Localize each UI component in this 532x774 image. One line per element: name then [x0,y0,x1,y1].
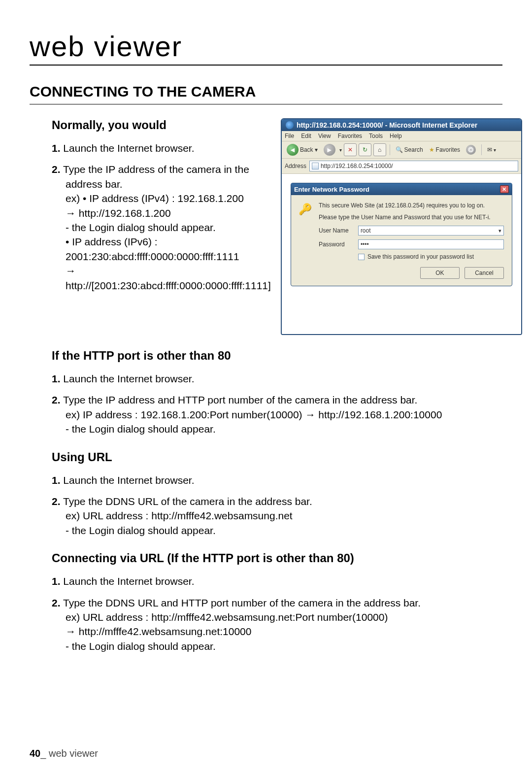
chevron-down-icon: ▾ [494,147,496,153]
search-icon: 🔍 [396,146,403,153]
step-detail: - the Login dialog should appear. [66,523,502,538]
dialog-message-1: This secure Web Site (at 192.168.0.254) … [319,202,504,209]
step-detail: - the Login dialog should appear. [66,220,271,235]
forward-button[interactable]: ► [322,143,337,156]
chevron-down-icon: ▾ [339,147,342,153]
step-detail: ex) IP address : 192.168.1.200:Port numb… [66,407,502,422]
step-number: 1. [52,142,61,154]
list-item: 2. Type the IP address and HTTP port num… [52,393,502,436]
section-heading: CONNECTING TO THE CAMERA [30,83,502,104]
login-dialog: Enter Network Password ✕ 🔑 This secure W… [291,183,512,286]
step-detail: → http://[2001:230:abcd:ffff:0000:0000:f… [66,264,271,293]
save-password-label: Save this password in your password list [367,253,474,260]
chevron-down-icon: ▾ [315,146,318,153]
list-item: 1. Launch the Internet browser. [52,574,502,588]
step-number: 2. [52,597,61,608]
close-button[interactable]: ✕ [500,185,509,193]
save-password-checkbox[interactable] [358,254,365,260]
browser-window: http://192.168.0.254:10000/ - Microsoft … [281,118,522,335]
step-detail: - the Login dialog should appear. [66,639,502,653]
favorites-button[interactable]: ★Favorites [427,143,462,156]
username-label: User Name [319,227,353,234]
menu-tools[interactable]: Tools [369,133,383,139]
media-button[interactable]: ❂ [464,143,478,156]
menu-edit[interactable]: Edit [301,133,311,139]
step-text: Type the DDNS URL and HTTP port number o… [61,597,421,608]
dialog-title-bar: Enter Network Password ✕ [291,183,512,195]
refresh-icon: ↻ [363,146,367,153]
username-field[interactable]: root [358,226,504,236]
step-number: 1. [52,373,61,384]
footer-sep: _ [40,748,49,759]
media-icon: ❂ [466,145,476,155]
back-label: Back [300,146,313,153]
keys-icon: 🔑 [298,202,313,279]
subheading-using-url: Using URL [52,450,502,464]
subheading-url-port: Connecting via URL (If the HTTP port is … [52,551,502,565]
step-number: 1. [52,474,61,486]
menu-file[interactable]: File [285,133,294,139]
page-icon [312,163,319,169]
step-detail: ex) URL address : http://mfffe42.websams… [66,610,502,624]
address-label: Address [285,163,306,169]
back-arrow-icon: ◄ [287,144,299,156]
search-label: Search [404,146,423,153]
cancel-button[interactable]: Cancel [465,267,504,279]
list-item: 1. Launch the Internet browser. [52,371,502,386]
step-detail: • IP address (IPv6) : 2001:230:abcd:ffff… [66,235,271,264]
step-text: Launch the Internet browser. [61,474,195,486]
star-icon: ★ [429,146,434,153]
address-value: http://192.168.0.254:10000/ [321,163,393,169]
step-text: Type the IP address of the camera in the… [61,164,249,189]
page-footer: 40_ web viewer [30,748,98,759]
step-detail: ex) • IP address (IPv4) : 192.168.1.200 [66,191,271,205]
step-number: 2. [52,164,61,175]
page-title: web viewer [30,30,502,66]
step-text: Type the DDNS URL of the camera in the a… [61,496,312,507]
stop-button[interactable]: ✕ [344,143,357,156]
menu-help[interactable]: Help [390,133,402,139]
address-input[interactable]: http://192.168.0.254:10000/ [309,161,518,171]
mail-button[interactable]: ✉▾ [485,143,498,156]
step-text: Launch the Internet browser. [61,575,195,587]
browser-menu-bar: File Edit View Favorites Tools Help [282,131,521,141]
page-number: 40 [30,748,40,759]
step-detail: → http://192.168.1.200 [66,206,271,220]
home-button[interactable]: ⌂ [373,143,386,156]
step-number: 2. [52,496,61,507]
menu-view[interactable]: View [318,133,331,139]
subheading-http-port: If the HTTP port is other than 80 [52,349,502,363]
password-label: Password [319,241,353,248]
refresh-button[interactable]: ↻ [359,143,371,156]
username-value: root [361,227,371,234]
back-button[interactable]: ◄ Back ▾ [285,143,320,156]
step-text: Type the IP address and HTTP port number… [61,394,418,405]
ok-button[interactable]: OK [420,267,460,279]
address-bar: Address http://192.168.0.254:10000/ [282,159,521,174]
toolbar-separator [481,144,482,155]
step-detail: ex) URL address : http://mfffe42.websams… [66,508,502,523]
menu-favorites[interactable]: Favorites [338,133,362,139]
stop-icon: ✕ [348,146,353,153]
mail-icon: ✉ [487,146,492,153]
ie-icon [286,121,294,129]
list-item: 2. Type the DDNS URL of the camera in th… [52,494,502,538]
favorites-label: Favorites [436,146,460,153]
dialog-title-text: Enter Network Password [294,186,369,193]
password-value: •••• [361,241,369,248]
home-icon: ⌂ [378,146,381,153]
step-detail: - the Login dialog should appear. [66,422,502,436]
browser-title-bar: http://192.168.0.254:10000/ - Microsoft … [282,119,521,131]
browser-toolbar: ◄ Back ▾ ► ▾ ✕ ↻ ⌂ 🔍Search ★Favorites ❂ … [282,141,521,159]
browser-title-text: http://192.168.0.254:10000/ - Microsoft … [297,121,477,129]
step-number: 2. [52,394,61,405]
dialog-message-2: Please type the User Name and Password t… [319,214,504,221]
step-text: Launch the Internet browser. [61,142,195,154]
footer-label: web viewer [49,748,98,759]
forward-arrow-icon: ► [324,144,335,156]
list-item: 2. Type the DDNS URL and HTTP port numbe… [52,596,502,654]
search-button[interactable]: 🔍Search [394,143,425,156]
step-number: 1. [52,575,61,587]
step-detail: → http://mfffe42.websamsung.net:10000 [66,624,502,639]
password-field[interactable]: •••• [358,239,504,249]
